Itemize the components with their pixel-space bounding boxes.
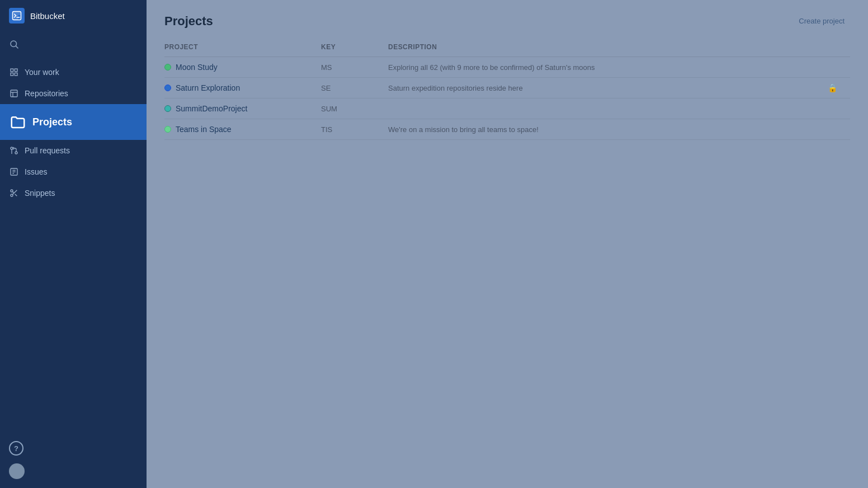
- projects-table: Project Key Description Moon Study MS Ex…: [164, 37, 850, 140]
- scissors-icon: [9, 188, 19, 198]
- svg-point-16: [11, 190, 13, 192]
- search-icon[interactable]: [9, 35, 138, 54]
- sidebar-item-projects[interactable]: Projects: [0, 104, 147, 140]
- sidebar-item-issues[interactable]: Issues: [0, 161, 147, 182]
- table-header: Project Key Description: [164, 37, 850, 57]
- project-description: We're on a mission to bring all teams to…: [388, 125, 828, 134]
- col-header-actions: [828, 41, 850, 53]
- table-row: SummitDemoProject SUM: [164, 98, 850, 119]
- col-header-description: Description: [388, 41, 828, 53]
- svg-rect-6: [15, 73, 17, 76]
- sidebar-item-snippets[interactable]: Snippets: [0, 182, 147, 204]
- sidebar-item-snippets-label: Snippets: [25, 189, 55, 198]
- sidebar-item-pull-requests[interactable]: Pull requests: [0, 140, 147, 161]
- svg-rect-5: [11, 73, 13, 76]
- project-key: SE: [321, 84, 388, 92]
- repo-icon: [9, 88, 19, 98]
- main-header: Projects Create project: [147, 0, 868, 37]
- grid-icon: [9, 67, 19, 77]
- project-key: MS: [321, 63, 388, 72]
- project-status-dot: [164, 64, 171, 71]
- project-name-saturn-exploration[interactable]: Saturn Exploration: [164, 83, 321, 92]
- project-status-dot: [164, 105, 171, 112]
- sidebar-item-issues-label: Issues: [25, 167, 47, 176]
- issue-icon: [9, 167, 19, 177]
- col-header-project: Project: [164, 41, 321, 53]
- svg-rect-4: [15, 69, 17, 72]
- main-content: Projects Create project Project Key Desc…: [147, 0, 868, 488]
- user-avatar[interactable]: [9, 463, 25, 479]
- svg-point-11: [15, 152, 17, 154]
- bitbucket-logo: [9, 8, 25, 24]
- pr-icon: [9, 146, 19, 156]
- project-description: Exploring all 62 (with 9 more to be conf…: [388, 63, 828, 72]
- project-name-moon-study[interactable]: Moon Study: [164, 63, 321, 72]
- svg-line-19: [15, 194, 17, 196]
- lock-icon: 🔒: [828, 83, 850, 92]
- table-row: Teams in Space TIS We're on a mission to…: [164, 119, 850, 140]
- table-row: Saturn Exploration SE Saturn expedition …: [164, 78, 850, 98]
- project-description: Saturn expedition repositories reside he…: [388, 84, 828, 92]
- project-name-summit-demo[interactable]: SummitDemoProject: [164, 104, 321, 113]
- sidebar-item-repositories-label: Repositories: [25, 89, 68, 98]
- svg-rect-3: [11, 69, 13, 72]
- app-title: Bitbucket: [30, 11, 65, 21]
- folder-icon: [9, 113, 27, 131]
- sidebar-item-pull-requests-label: Pull requests: [25, 146, 70, 155]
- sidebar-item-projects-label: Projects: [32, 116, 72, 128]
- svg-point-17: [11, 194, 13, 196]
- sidebar-item-your-work[interactable]: Your work: [0, 62, 147, 83]
- project-key: TIS: [321, 125, 388, 134]
- table-row: Moon Study MS Exploring all 62 (with 9 m…: [164, 57, 850, 78]
- svg-line-2: [16, 46, 18, 48]
- sidebar: Bitbucket Your work: [0, 0, 147, 488]
- page-title: Projects: [164, 14, 213, 29]
- help-icon[interactable]: ?: [9, 441, 23, 456]
- project-key: SUM: [321, 105, 388, 113]
- svg-point-1: [11, 41, 17, 47]
- sidebar-bottom: ?: [0, 432, 147, 488]
- sidebar-item-repositories[interactable]: Repositories: [0, 83, 147, 104]
- sidebar-header: Bitbucket: [0, 0, 147, 31]
- svg-rect-7: [11, 90, 17, 97]
- col-header-key: Key: [321, 41, 388, 53]
- sidebar-item-your-work-label: Your work: [25, 68, 59, 77]
- project-status-dot: [164, 126, 171, 133]
- create-project-button[interactable]: Create project: [793, 13, 850, 29]
- sidebar-nav: Your work Repositories Projects: [0, 59, 147, 432]
- project-status-dot: [164, 85, 171, 91]
- project-name-teams-in-space[interactable]: Teams in Space: [164, 125, 321, 134]
- svg-line-20: [12, 191, 14, 193]
- sidebar-search-row: [0, 31, 147, 59]
